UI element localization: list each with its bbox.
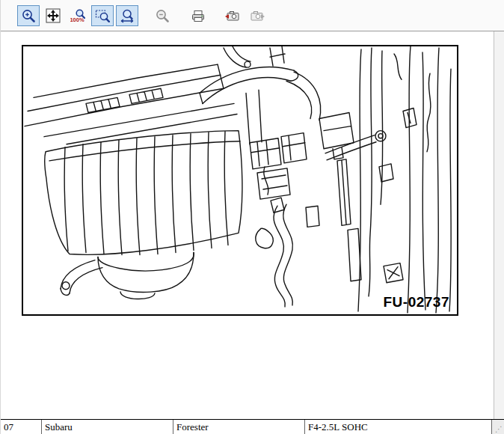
- camera-arrow-right-icon: [249, 8, 265, 23]
- zoom-100-button[interactable]: 100%: [67, 5, 89, 26]
- fit-width-button[interactable]: [116, 5, 138, 26]
- pan-button[interactable]: [42, 5, 64, 26]
- magnifier-fit-width-icon: [120, 8, 135, 23]
- status-engine: F4-2.5L SOHC: [305, 420, 492, 434]
- resize-grip[interactable]: ⋰: [492, 420, 504, 434]
- zoom-out-button[interactable]: [151, 5, 173, 26]
- status-year: 07: [1, 420, 42, 434]
- magnifier-plus-icon: [21, 8, 36, 23]
- camera-arrow-left-icon: [224, 8, 241, 23]
- print-button[interactable]: [186, 5, 209, 26]
- status-model: Forester: [173, 420, 305, 434]
- statusbar: 07 Subaru Forester F4-2.5L SOHC ⋰: [1, 419, 504, 434]
- status-make: Subaru: [42, 420, 173, 434]
- app-window: 100%: [0, 0, 504, 434]
- prev-image-button[interactable]: [221, 5, 244, 26]
- toolbar: 100%: [1, 0, 504, 31]
- printer-icon: [190, 8, 205, 23]
- diagram-canvas[interactable]: FU-02737: [22, 45, 458, 316]
- zoom-in-button[interactable]: [17, 5, 40, 26]
- engine-compartment-diagram: [23, 46, 457, 314]
- next-image-button[interactable]: [246, 5, 268, 26]
- zoom-region-button[interactable]: [91, 5, 114, 26]
- vertical-scrollbar[interactable]: [494, 31, 504, 419]
- magnifier-region-icon: [95, 8, 110, 23]
- figure-id-label: FU-02737: [384, 294, 450, 311]
- pan-arrows-icon: [46, 8, 61, 23]
- document-viewport: FU-02737: [1, 31, 504, 419]
- zoom-100-label: 100%: [70, 16, 84, 23]
- magnifier-minus-icon: [155, 8, 170, 23]
- magnifier-100-icon: 100%: [70, 8, 85, 23]
